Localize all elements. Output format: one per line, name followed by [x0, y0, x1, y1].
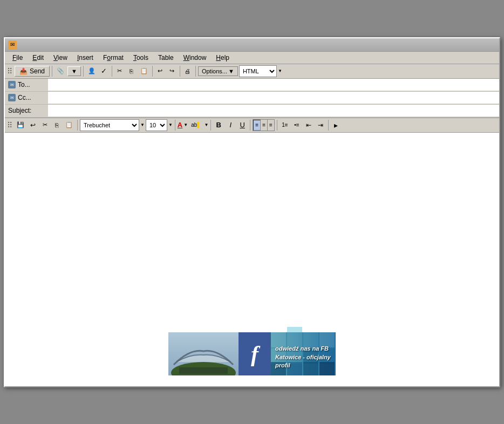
copy-icon: ⎘ [130, 68, 133, 74]
cc-icon: ✉ [8, 94, 16, 101]
menu-view[interactable]: View [49, 53, 72, 63]
fmt-undo-icon: ↩ [30, 121, 36, 129]
facebook-letter: f [251, 341, 258, 367]
menu-format[interactable]: Format [99, 53, 128, 63]
titlebar: ✉ [5, 38, 499, 52]
banner-photo [168, 332, 239, 375]
to-input[interactable] [48, 79, 499, 91]
header-fields: ✉ To... ✉ Cc... Subject: [5, 79, 499, 118]
menu-edit[interactable]: Edit [28, 53, 48, 63]
unordered-list-button[interactable]: •≡ [291, 119, 302, 131]
align-left-button[interactable]: ≡ [253, 120, 261, 131]
print-icon: 🖨 [185, 68, 190, 74]
decrease-indent-button[interactable]: ⇤ [303, 119, 314, 131]
attach-dropdown[interactable]: ▼ [67, 66, 81, 76]
font-color-indicator: A [178, 121, 182, 129]
toolbar-grip: ⠿ [7, 67, 12, 76]
fmt-sep2 [175, 120, 175, 131]
cc-input[interactable] [48, 92, 499, 104]
paste-button[interactable]: 📋 [138, 65, 150, 77]
ordered-list-button[interactable]: 1≡ [280, 119, 290, 131]
fmt-cut-icon: ✂ [43, 121, 47, 128]
menu-help[interactable]: Help [212, 53, 234, 63]
redo-button[interactable]: ↪ [167, 65, 178, 77]
fmt-paste-button[interactable]: 📋 [63, 119, 75, 131]
undo-button[interactable]: ↩ [155, 65, 166, 77]
sep5 [180, 66, 180, 77]
facebook-icon-area: f [239, 332, 271, 375]
font-family-select[interactable]: Trebuchet [80, 119, 139, 131]
fmt-sep3 [210, 120, 211, 131]
fmt-paste-icon: 📋 [65, 121, 73, 128]
email-window: ✉ File Edit View Insert Format Tools Tab… [4, 37, 500, 387]
more-options-button[interactable]: ▸ [331, 119, 342, 131]
color-dropdown-icon: ▼ [183, 122, 188, 127]
sep2 [83, 66, 84, 77]
underline-button[interactable]: U [237, 119, 248, 131]
stadium-svg [168, 332, 239, 375]
save-draft-button[interactable]: 💾 [15, 119, 26, 131]
facebook-banner[interactable]: f [168, 332, 336, 375]
banner-text: odwiedź nas na FB Katowice - oficjalny p… [275, 345, 336, 370]
save-icon: 💾 [17, 121, 24, 128]
banner-line1: odwiedź nas na FB [275, 345, 336, 353]
menu-window[interactable]: Window [179, 53, 211, 63]
send-icon: 📤 [19, 67, 28, 75]
sep1 [52, 66, 52, 77]
svg-rect-11 [179, 367, 228, 374]
undo-icon: ↩ [158, 67, 162, 74]
font-dropdown-icon: ▼ [140, 122, 145, 127]
print-button[interactable]: 🖨 [182, 65, 193, 77]
main-toolbar: ⠿ 📤 Send 📎 ▼ 👤 ✓ ✂ ⎘ 📋 ↩ ↪ [5, 64, 499, 79]
menu-table[interactable]: Table [154, 53, 178, 63]
compose-area: f [5, 133, 499, 386]
subject-label-text: Subject: [8, 107, 31, 114]
cut-icon: ✂ [117, 67, 122, 74]
align-center-button[interactable]: ≡ [261, 120, 268, 131]
options-dropdown-icon: ▼ [228, 68, 234, 74]
menu-insert[interactable]: Insert [73, 53, 98, 63]
bold-button[interactable]: B [213, 119, 224, 131]
fmt-sep6 [328, 120, 329, 131]
attach-button[interactable]: 📎 [55, 65, 66, 77]
fmt-sep1 [77, 120, 78, 131]
cc-label-text: Cc... [18, 94, 31, 101]
check-icon: ✓ [101, 67, 107, 75]
font-size-select[interactable]: 10 [146, 119, 167, 131]
banner-text-area: odwiedź nas na FB Katowice - oficjalny p… [271, 332, 336, 375]
banner-line2: Katowice - oficjalny profil [275, 353, 336, 370]
sep4 [152, 66, 153, 77]
fmt-cut-button[interactable]: ✂ [39, 119, 50, 131]
cc-row: ✉ Cc... [5, 92, 499, 105]
redo-icon: ↪ [169, 67, 174, 74]
fmt-sep4 [250, 120, 250, 131]
subject-label: Subject: [5, 106, 48, 115]
cut-button[interactable]: ✂ [114, 65, 125, 77]
subject-row: Subject: [5, 105, 499, 118]
menu-file[interactable]: File [8, 53, 27, 63]
options-label: Options... [202, 68, 227, 74]
to-row: ✉ To... [5, 79, 499, 92]
to-icon: ✉ [8, 81, 16, 88]
fmt-grip: ⠿ [7, 121, 12, 129]
fmt-copy-button[interactable]: ⎘ [51, 119, 62, 131]
subject-input[interactable] [48, 105, 499, 117]
options-button[interactable]: Options... ▼ [198, 66, 238, 76]
highlight-button[interactable]: ab▌ [189, 119, 203, 131]
menu-tools[interactable]: Tools [129, 53, 153, 63]
format-select[interactable]: HTML [239, 65, 277, 77]
copy-button[interactable]: ⎘ [126, 65, 137, 77]
send-button[interactable]: 📤 Send [15, 66, 50, 77]
email-banner-container: f [168, 332, 336, 375]
sep6 [195, 66, 196, 77]
size-dropdown-icon: ▼ [168, 122, 173, 127]
fmt-undo-button[interactable]: ↩ [28, 119, 38, 131]
addressbook-button[interactable]: 👤 [86, 65, 98, 77]
increase-indent-button[interactable]: ⇥ [315, 119, 326, 131]
fmt-sep5 [277, 120, 277, 131]
italic-button[interactable]: I [225, 119, 236, 131]
attach-icon: 📎 [57, 67, 64, 74]
align-right-button[interactable]: ≡ [268, 120, 274, 131]
check-names-button[interactable]: ✓ [99, 65, 110, 77]
formatting-bar: ⠿ 💾 ↩ ✂ ⎘ 📋 Trebuchet ▼ 10 ▼ A ▼ ab▌ ▼ B [5, 118, 499, 133]
